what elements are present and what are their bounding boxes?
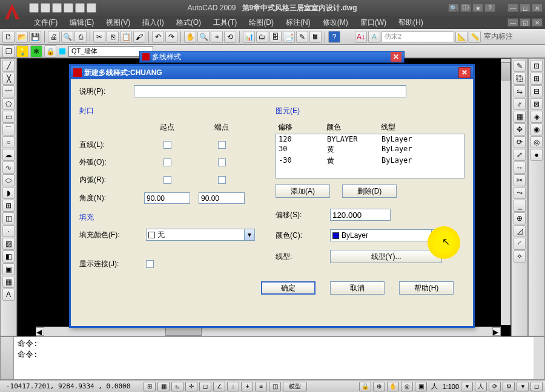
textstyle-a-icon[interactable]: A↓ — [355, 31, 367, 43]
menu-draw[interactable]: 绘图(D) — [244, 16, 279, 29]
doc-close-button[interactable]: ✕ — [532, 18, 543, 27]
gradient-icon[interactable]: ◧ — [2, 250, 15, 263]
fillet-icon[interactable]: ◜ — [514, 238, 526, 250]
spline-icon[interactable]: ∿ — [2, 162, 15, 174]
undo-icon[interactable]: ↶ — [152, 31, 164, 43]
status-pan-icon[interactable]: ✋ — [387, 382, 399, 391]
cap-outer-start-checkbox[interactable] — [164, 158, 171, 166]
tool3-icon[interactable]: ⊟ — [530, 85, 543, 97]
model-button[interactable]: 模型 — [283, 382, 307, 391]
trim-icon[interactable]: ✂ — [514, 174, 526, 186]
status-scale-dd-icon[interactable]: ▾ — [461, 382, 473, 391]
scroll-thumb-v[interactable] — [501, 62, 510, 80]
command-grip[interactable] — [1, 337, 14, 379]
scroll-right-icon[interactable]: ▶ — [492, 327, 501, 336]
ellipsearc-icon[interactable]: ◗ — [2, 187, 15, 199]
status-cube-icon[interactable]: ▣ — [415, 382, 427, 391]
tp-icon[interactable]: 🗄 — [269, 31, 282, 43]
delete-button[interactable]: 删除(D) — [342, 185, 397, 198]
snap-icon[interactable]: ⊞ — [144, 382, 156, 391]
minimize-button[interactable]: — — [507, 4, 518, 12]
region-icon[interactable]: ▣ — [2, 263, 15, 275]
layer-on-icon[interactable]: 💡 — [16, 45, 28, 57]
table-icon[interactable]: ▦ — [2, 276, 15, 288]
qat-print-icon[interactable] — [64, 3, 73, 13]
add-button[interactable]: 添加(A) — [276, 185, 330, 198]
qat-redo-icon[interactable] — [87, 3, 96, 13]
cap-inner-start-checkbox[interactable] — [164, 176, 171, 184]
scrollbar-vertical[interactable] — [501, 59, 510, 325]
scale-icon[interactable]: ⤢ — [514, 149, 526, 161]
polygon-icon[interactable]: ⬠ — [2, 98, 15, 110]
tool1-icon[interactable]: ⊡ — [530, 60, 543, 72]
explode-icon[interactable]: ✧ — [514, 250, 526, 263]
save-icon[interactable]: 💾 — [29, 31, 41, 43]
menu-modify[interactable]: 修改(M) — [318, 16, 353, 29]
menu-dim[interactable]: 标注(N) — [281, 16, 315, 29]
hatch-icon[interactable]: ▨ — [2, 238, 15, 250]
help-search-icon[interactable]: ? — [484, 4, 495, 12]
tool7-icon[interactable]: ◎ — [530, 136, 543, 148]
publish-icon[interactable]: ⎙ — [74, 31, 87, 43]
scrollbar-horizontal[interactable]: ◀ ▶ — [36, 327, 501, 336]
linetype-button[interactable]: 线型(Y)... — [330, 250, 442, 263]
layer-props-icon[interactable]: ❐ — [2, 45, 15, 57]
mirror-icon[interactable]: ⇋ — [514, 85, 526, 97]
menu-window[interactable]: 窗口(W) — [355, 16, 391, 29]
markup-icon[interactable]: ✎ — [296, 31, 308, 43]
elements-listbox[interactable]: 120 BYLAYER ByLayer 30 黄 ByLayer -30 黄 B… — [276, 134, 464, 178]
cancel-button[interactable]: 取消 — [330, 281, 385, 295]
angle-start-input[interactable] — [144, 192, 190, 204]
status-clean-icon[interactable]: ◻ — [530, 382, 543, 391]
chamfer-icon[interactable]: ◿ — [514, 225, 526, 237]
revcloud-icon[interactable]: ☁ — [2, 149, 15, 161]
text-style-combo[interactable]: 仿宋2 — [382, 31, 454, 42]
menu-insert[interactable]: 插入(I) — [137, 16, 168, 29]
scroll-thumb-h[interactable] — [165, 327, 202, 336]
status-anno-icon[interactable]: 人 — [475, 382, 487, 391]
paste-icon[interactable]: 📋 — [120, 31, 132, 43]
scroll-left-icon[interactable]: ◀ — [36, 327, 44, 336]
menu-format[interactable]: 格式(O) — [171, 16, 206, 29]
qp-icon[interactable]: ◫ — [269, 382, 281, 391]
qat-save-icon[interactable] — [52, 3, 62, 13]
element-row[interactable]: 120 BYLAYER ByLayer — [276, 134, 464, 144]
ok-button[interactable]: 确定 — [261, 281, 315, 295]
tool6-icon[interactable]: ◉ — [530, 123, 543, 136]
block-icon[interactable]: ◫ — [2, 212, 15, 224]
print-icon[interactable]: 🖨 — [48, 31, 60, 43]
stretch-icon[interactable]: ↔ — [514, 162, 526, 174]
calc-icon[interactable]: 🖩 — [309, 31, 322, 43]
search-icon[interactable]: 🔍 — [448, 4, 459, 12]
doc-minimize-button[interactable]: — — [507, 18, 518, 27]
dyn-icon[interactable]: + — [241, 382, 253, 391]
tool4-icon[interactable]: ⊠ — [530, 98, 543, 110]
fill-color-combo[interactable]: 无 ▾ — [146, 229, 255, 241]
help-icon[interactable]: ? — [328, 31, 340, 43]
maximize-button[interactable]: ◻ — [520, 4, 530, 12]
copy-icon[interactable]: ⎘ — [107, 31, 119, 43]
cap-outer-end-checkbox[interactable] — [218, 158, 226, 166]
insert-icon[interactable]: ⊞ — [2, 200, 15, 212]
xline-icon[interactable]: ╳ — [2, 73, 15, 85]
dialog-titlebar[interactable]: 新建多线样式:CHUANG ✕ — [71, 66, 473, 79]
circle-icon[interactable]: ○ — [2, 136, 15, 148]
redo-icon[interactable]: ↷ — [165, 31, 177, 43]
menu-view[interactable]: 视图(V) — [101, 16, 135, 29]
status-scale[interactable]: 1:100 — [442, 383, 459, 390]
tool8-icon[interactable]: ● — [530, 149, 543, 161]
command-scrollbar[interactable] — [533, 337, 544, 379]
layer-freeze-icon[interactable]: ❄ — [30, 45, 42, 57]
chevron-down-icon[interactable]: ▾ — [244, 229, 254, 240]
status-wheel-icon[interactable]: ◎ — [401, 382, 413, 391]
status-lock-icon[interactable]: 🔒 — [359, 382, 371, 391]
menu-help[interactable]: 帮助(H) — [394, 16, 428, 29]
pline-icon[interactable]: 〰 — [2, 85, 15, 97]
open-icon[interactable]: 📂 — [16, 31, 28, 43]
rotate-icon[interactable]: ⟳ — [514, 136, 526, 148]
line-icon[interactable]: ╱ — [2, 60, 15, 72]
status-tray-icon[interactable]: ▾ — [517, 382, 529, 391]
offset-icon[interactable]: ⫽ — [514, 98, 526, 110]
status-nav-icon[interactable]: ⊕ — [373, 382, 385, 391]
ducs-icon[interactable]: ⟂ — [227, 382, 239, 391]
